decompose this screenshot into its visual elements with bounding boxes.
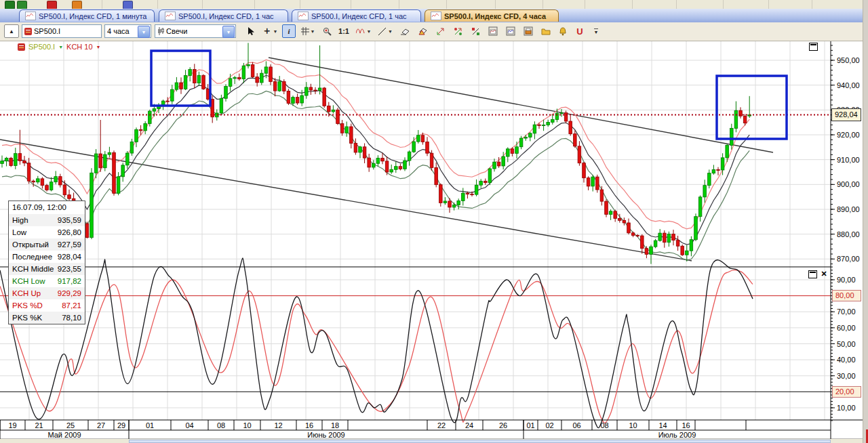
svg-text:40,00: 40,00 [837,356,856,364]
chevron-down-icon[interactable]: ▼ [96,45,101,49]
svg-text:920,00: 920,00 [837,131,860,139]
tooltip-row: Последнее928,04 [9,251,85,263]
tab-sp500-4h-active[interactable]: SP500.I, Индекс CFD, 4 часа [425,9,559,22]
chevron-down-icon[interactable]: ▼ [222,26,235,38]
scale-label: 1:1 [338,27,349,35]
svg-text:900,00: 900,00 [837,180,860,188]
chevron-down-icon: ▼ [367,29,372,34]
price-pane-restore-button[interactable] [809,43,818,51]
alerts-button[interactable] [556,24,570,38]
svg-text:26: 26 [499,421,507,429]
svg-text:01: 01 [526,421,534,429]
line-tool-button[interactable]: ▼ [376,24,395,38]
svg-text:30,00: 30,00 [837,372,856,380]
chevron-down-icon[interactable]: ▼ [138,26,150,38]
percent-scale-button[interactable] [468,24,483,38]
symbol-combobox-value: SP500.I [34,27,60,35]
tooltip-row: Открытый927,59 [9,238,85,251]
eraser-button[interactable] [397,24,412,38]
folder-icon [541,27,551,35]
tooltip-row: PKS %K78,10 [9,312,85,324]
svg-text:06: 06 [572,421,580,429]
instrument-icon [18,43,25,51]
indicator-pane-restore-button[interactable] [808,270,817,278]
chart-icon [298,12,309,20]
period-combobox[interactable]: 4 часа ▼ [104,24,151,38]
delete-all-objects-button[interactable] [415,24,430,38]
info-window-button[interactable]: i [282,24,296,38]
symbol-combobox[interactable]: SP500.I [22,24,102,38]
svg-text:14: 14 [658,421,667,429]
chart-style-combobox[interactable]: Свечи ▼ [155,24,236,38]
overflow-chevron-icon: ▼ [594,28,599,35]
oversold-level-marker: 20,00 [832,386,861,398]
fit-scale-button[interactable] [433,24,448,38]
svg-text:70,00: 70,00 [837,308,856,316]
magnet-icon: U [576,26,583,37]
chart-icon [25,12,36,20]
legend-indicator[interactable]: KCH 10 [66,43,93,51]
template-icon [506,26,515,36]
chart-canvas[interactable]: 950,00940,00930,00920,00910,00900,00890,… [0,0,863,443]
horizontal-scrollbar[interactable] [129,440,831,443]
tab-sp500-1min[interactable]: SP500.I, Индекс CFD, 1 минута [19,9,155,22]
tooltip-row: KCH Up929,29 [9,287,85,299]
autoscale-button[interactable] [450,24,465,38]
zoom-button[interactable] [320,24,334,38]
scale-1to1-button[interactable]: 1:1 [336,24,351,38]
svg-text:10: 10 [629,421,637,429]
template-manage-button[interactable] [521,24,536,38]
chevron-down-icon: ▼ [311,29,315,34]
template-box-icon [524,26,533,36]
diagonal-arrows-icon [436,27,445,36]
grid-button[interactable]: ▼ [298,24,317,38]
tab-sp500-1h-b[interactable]: SP500.I, Индекс CFD, 1 час [292,9,421,22]
chart-icon [165,12,176,20]
collapse-panel-button[interactable]: ▲ [4,24,19,38]
trendline-icon [378,27,387,36]
svg-text:10: 10 [243,421,251,429]
svg-text:25: 25 [66,421,75,429]
template-save-button[interactable] [486,24,500,38]
template-icon [488,26,498,36]
svg-text:21: 21 [35,421,43,429]
svg-text:22: 22 [437,421,446,429]
pointer-tool-button[interactable] [244,24,258,38]
chevron-down-icon[interactable]: ▼ [58,45,63,49]
legend-symbol[interactable]: SP500.I [28,43,55,51]
chart-tab-bar: SP500.I, Индекс CFD, 1 минута SP500.I, И… [0,9,868,23]
svg-text:01: 01 [146,421,154,429]
tab-label: SP500.I, Индекс CFD, 1 минута [39,12,146,20]
svg-text:16: 16 [305,421,313,429]
top-toolbar-fragment [0,0,868,9]
svg-text:02: 02 [545,421,553,429]
tab-label: SP500.I, Индекс CFD, 4 часа [444,12,546,20]
svg-text:29: 29 [117,421,125,429]
tab-sp500-1h-a[interactable]: SP500.I, Индекс CFD, 1 час [159,9,288,22]
svg-text:12: 12 [274,421,282,429]
eraser-warning-icon [418,27,427,35]
svg-text:60,00: 60,00 [837,324,856,332]
magnet-mode-button[interactable]: U [572,24,587,38]
svg-text:870,00: 870,00 [837,255,860,263]
svg-text:27: 27 [97,421,105,429]
tooltip-timestamp: 16.07.09, 12:00 [9,201,85,214]
crosshair-tool-button[interactable]: ＋▼ [260,24,279,38]
toolbar-overflow-button[interactable]: ▼ [591,24,601,38]
tooltip-row: KCH Middle923,55 [9,263,85,275]
svg-text:880,00: 880,00 [837,230,860,238]
chart-style-combobox-value: Свечи [166,27,187,35]
trading-terminal-window: 950,00940,00930,00920,00910,00900,00890,… [0,0,868,443]
indicator-pane-close-button[interactable]: ✕ [819,270,829,278]
percent-icon [471,27,480,36]
grid-icon [301,27,309,35]
period-combobox-value: 4 часа [107,27,130,35]
red-green-arrow-icon [454,27,462,36]
cursor-icon [247,26,255,36]
template-load-button[interactable] [503,24,518,38]
magnifier-icon [323,27,332,36]
svg-text:04: 04 [185,421,193,429]
svg-text:18: 18 [331,421,339,429]
indicators-button[interactable]: ▼ [354,24,373,38]
objects-list-button[interactable] [538,24,553,38]
